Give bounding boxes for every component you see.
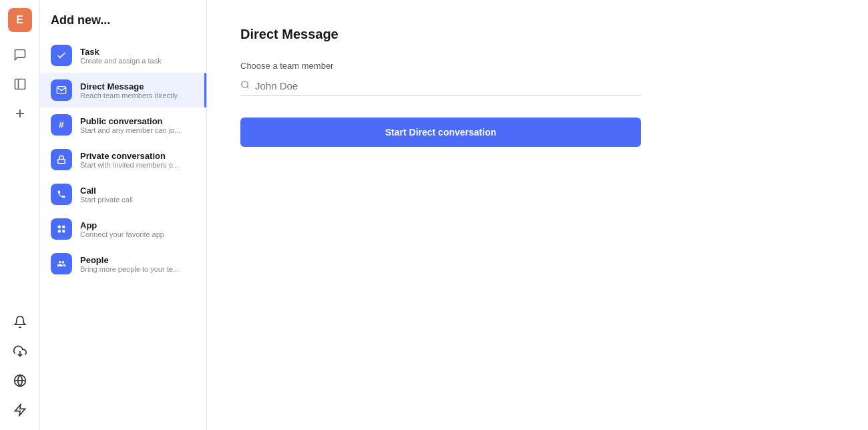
dm-icon [51,79,72,101]
task-title: Task [80,47,196,57]
globe-icon[interactable] [8,369,32,393]
menu-item-task[interactable]: Task Create and assign a task [40,38,206,73]
svg-rect-10 [62,226,65,228]
svg-line-14 [247,87,249,89]
people-subtitle: Bring more people to your te... [80,265,196,273]
search-wrapper [240,76,641,96]
dm-subtitle: Reach team members directly [80,91,196,99]
add-icon[interactable] [8,101,32,126]
menu-item-people[interactable]: People Bring more people to your te... [40,246,206,281]
user-avatar[interactable]: E [8,8,32,32]
app-title: App [80,220,196,230]
svg-marker-7 [15,405,25,416]
call-subtitle: Start private call [80,196,196,204]
menu-item-app[interactable]: App Connect your favorite app [40,212,206,246]
contacts-icon[interactable] [8,72,32,96]
svg-rect-11 [58,230,61,232]
menu-item-direct-message[interactable]: Direct Message Reach team members direct… [40,73,206,108]
public-subtitle: Start and any member can jo... [80,126,196,134]
chat-icon[interactable] [8,43,32,67]
app-icon [51,218,72,240]
task-subtitle: Create and assign a task [80,57,196,65]
sidebar: Add new... Task Create and assign a task… [40,0,207,430]
people-title: People [80,255,196,265]
public-title: Public conversation [80,116,196,126]
people-icon [51,253,72,274]
public-icon: # [51,114,72,136]
private-subtitle: Start with invited members o... [80,161,196,169]
private-icon [51,149,72,170]
svg-rect-0 [15,79,25,89]
sidebar-title: Add new... [40,13,206,38]
app-subtitle: Connect your favorite app [80,230,196,238]
svg-rect-9 [58,226,61,228]
search-input[interactable] [255,80,641,91]
svg-rect-12 [62,230,65,232]
call-title: Call [80,186,196,196]
start-direct-conversation-button[interactable]: Start Direct conversation [240,118,641,147]
menu-item-call[interactable]: Call Start private call [40,177,206,212]
icon-bar: E [0,0,40,430]
search-icon [240,80,250,91]
main-content: Direct Message Choose a team member Star… [207,0,868,430]
dm-title: Direct Message [80,81,196,91]
field-label: Choose a team member [240,61,835,71]
menu-item-private-conversation[interactable]: Private conversation Start with invited … [40,142,206,177]
bell-icon[interactable] [8,310,32,334]
svg-point-13 [242,81,248,87]
call-icon [51,184,72,205]
page-title: Direct Message [240,27,835,42]
private-title: Private conversation [80,151,196,161]
menu-item-public-conversation[interactable]: # Public conversation Start and any memb… [40,108,206,142]
rocket-icon[interactable] [8,398,32,422]
task-icon [51,45,72,66]
svg-rect-8 [58,159,65,163]
cloud-download-icon[interactable] [8,339,32,363]
